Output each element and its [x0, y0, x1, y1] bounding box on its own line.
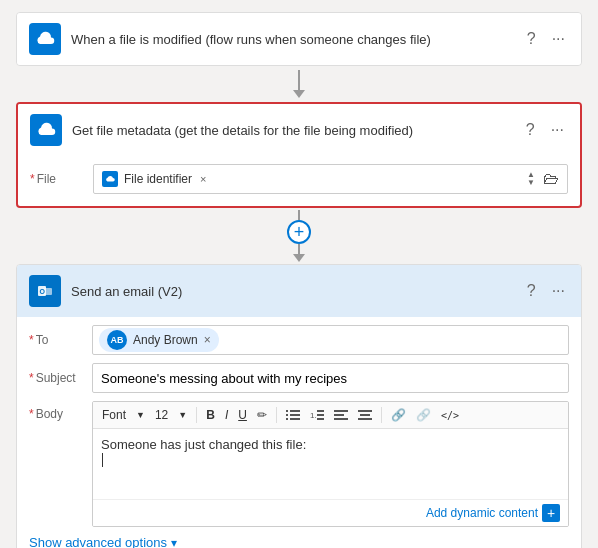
file-input-arrows[interactable]: ▲ ▼: [527, 171, 535, 187]
toolbar-align-center-button[interactable]: [355, 407, 375, 423]
trigger-card: When a file is modified (flow runs when …: [16, 12, 582, 66]
get-file-icon: [30, 114, 62, 146]
send-email-body: *To AB Andy Brown × *Subject: [17, 325, 581, 548]
subject-input[interactable]: [92, 363, 569, 393]
recipient-name: Andy Brown: [133, 333, 198, 347]
file-input[interactable]: File identifier × ▲ ▼ 🗁: [93, 164, 568, 194]
recipient-remove[interactable]: ×: [204, 333, 211, 347]
toolbar-sep-3: [381, 407, 382, 423]
send-email-actions: ? ···: [523, 280, 569, 302]
toolbar-unordered-list-button[interactable]: [283, 407, 303, 423]
toolbar-font-size[interactable]: 12: [152, 406, 171, 424]
get-file-help-button[interactable]: ?: [522, 119, 539, 141]
connector-arrow-1: [293, 90, 305, 98]
connector-1: [293, 70, 305, 98]
file-field-row: *File File identifier × ▲: [30, 164, 568, 194]
trigger-card-header: When a file is modified (flow runs when …: [17, 13, 581, 65]
to-required: *: [29, 333, 34, 347]
send-email-help-button[interactable]: ?: [523, 280, 540, 302]
file-input-controls: ▲ ▼ 🗁: [527, 170, 559, 188]
toolbar-pencil-button[interactable]: ✏: [254, 406, 270, 424]
editor-content[interactable]: Someone has just changed this file:: [93, 429, 568, 499]
svg-rect-17: [360, 414, 370, 416]
svg-rect-5: [286, 414, 288, 416]
arrow-down[interactable]: ▼: [527, 179, 535, 187]
svg-rect-13: [334, 410, 348, 412]
file-tag-icon: [102, 171, 118, 187]
file-tag-cloud-icon: [105, 174, 115, 184]
font-selector[interactable]: Font: [99, 406, 129, 424]
toolbar-ordered-list-button[interactable]: 1.: [307, 407, 327, 423]
svg-rect-3: [286, 410, 288, 412]
get-file-metadata-card: Get file metadata (get the details for t…: [16, 102, 582, 208]
to-input[interactable]: AB Andy Brown ×: [92, 325, 569, 355]
body-field-row: *Body Font ▼ 12 ▼ B I U ✏: [29, 401, 569, 527]
toolbar-bold-button[interactable]: B: [203, 406, 218, 424]
svg-rect-12: [317, 418, 324, 420]
to-label: *To: [29, 333, 84, 347]
recipient-avatar: AB: [107, 330, 127, 350]
trigger-help-button[interactable]: ?: [523, 28, 540, 50]
toolbar-sep-1: [196, 407, 197, 423]
svg-text:O: O: [40, 288, 46, 295]
svg-rect-6: [290, 414, 300, 416]
get-file-title: Get file metadata (get the details for t…: [72, 123, 512, 138]
ordered-list-icon: 1.: [310, 409, 324, 421]
add-step-line-top: [298, 210, 300, 220]
svg-text:1.: 1.: [310, 411, 317, 420]
unordered-list-icon: [286, 409, 300, 421]
recipient-tag: AB Andy Brown ×: [99, 328, 219, 352]
dynamic-content-bar: Add dynamic content +: [93, 499, 568, 526]
toolbar-link-button[interactable]: 🔗: [388, 406, 409, 424]
outlook-svg: O: [35, 281, 55, 301]
add-step-line-bottom: [298, 244, 300, 254]
file-identifier-tag: File identifier ×: [102, 171, 206, 187]
add-dynamic-content-button[interactable]: +: [542, 504, 560, 522]
folder-icon[interactable]: 🗁: [543, 170, 559, 188]
file-required: *: [30, 172, 35, 186]
file-identifier-text: File identifier: [124, 172, 192, 186]
svg-rect-4: [290, 410, 300, 412]
send-email-title: Send an email (V2): [71, 284, 513, 299]
show-advanced-label: Show advanced options: [29, 535, 167, 548]
cloud-icon: [35, 29, 55, 49]
chevron-down-icon: ▾: [171, 536, 177, 549]
get-file-body: *File File identifier × ▲: [18, 164, 580, 206]
svg-rect-11: [317, 414, 324, 416]
toolbar-code-button[interactable]: </>: [438, 408, 462, 423]
align-left-icon: [334, 409, 348, 421]
add-step-arrow: [293, 254, 305, 262]
toolbar-font-dropdown-arrow[interactable]: ▼: [133, 408, 148, 422]
body-required: *: [29, 407, 34, 421]
flow-container: When a file is modified (flow runs when …: [0, 0, 598, 548]
toolbar-underline-button[interactable]: U: [235, 406, 250, 424]
toolbar-size-dropdown-arrow[interactable]: ▼: [175, 408, 190, 422]
send-email-header: O Send an email (V2) ? ···: [17, 265, 581, 317]
body-text: Someone has just changed this file:: [101, 437, 560, 452]
show-advanced-options[interactable]: Show advanced options ▾: [29, 527, 569, 548]
add-step-button[interactable]: +: [287, 220, 311, 244]
file-identifier-close[interactable]: ×: [200, 173, 206, 185]
svg-rect-15: [334, 418, 348, 420]
trigger-more-button[interactable]: ···: [548, 28, 569, 50]
svg-rect-8: [290, 418, 300, 420]
toolbar-unlink-button[interactable]: 🔗: [413, 406, 434, 424]
file-label: *File: [30, 172, 85, 186]
get-file-more-button[interactable]: ···: [547, 119, 568, 141]
toolbar-align-left-button[interactable]: [331, 407, 351, 423]
body-editor[interactable]: Font ▼ 12 ▼ B I U ✏ 1.: [92, 401, 569, 527]
add-dynamic-content-link[interactable]: Add dynamic content: [426, 506, 538, 520]
svg-rect-18: [358, 418, 372, 420]
get-file-actions: ? ···: [522, 119, 568, 141]
editor-toolbar: Font ▼ 12 ▼ B I U ✏ 1.: [93, 402, 568, 429]
toolbar-italic-button[interactable]: I: [222, 406, 231, 424]
send-email-card: O Send an email (V2) ? ··· *To AB Andy B…: [16, 264, 582, 548]
send-email-more-button[interactable]: ···: [548, 280, 569, 302]
subject-label: *Subject: [29, 371, 84, 385]
subject-required: *: [29, 371, 34, 385]
body-cursor-line: [101, 452, 560, 467]
body-label: *Body: [29, 407, 84, 421]
text-cursor: [102, 453, 103, 467]
subject-field-row: *Subject: [29, 363, 569, 393]
cloud-icon-2: [36, 120, 56, 140]
